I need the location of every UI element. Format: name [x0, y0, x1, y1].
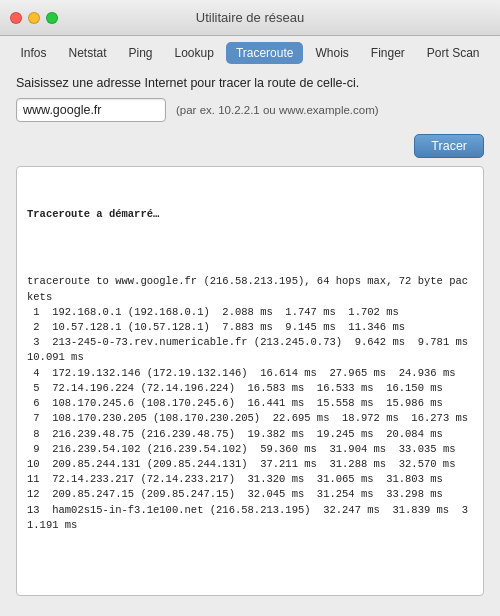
tab-infos[interactable]: Infos — [10, 42, 56, 64]
hint-text: (par ex. 10.2.2.1 ou www.example.com) — [176, 104, 379, 116]
output-box: Traceroute a démarré… traceroute to www.… — [16, 166, 484, 596]
url-input[interactable] — [16, 98, 166, 122]
main-content: Saisissez une adresse Internet pour trac… — [0, 64, 500, 606]
tab-lookup[interactable]: Lookup — [165, 42, 224, 64]
output-header: Traceroute a démarré… — [27, 207, 473, 222]
output-body: traceroute to www.google.fr (216.58.213.… — [27, 259, 473, 533]
tab-traceroute[interactable]: Traceroute — [226, 42, 304, 64]
tab-whois[interactable]: Whois — [305, 42, 358, 64]
button-row: Tracer — [16, 130, 484, 166]
window-title: Utilitaire de réseau — [196, 10, 304, 25]
minimize-button[interactable] — [28, 12, 40, 24]
tab-netstat[interactable]: Netstat — [58, 42, 116, 64]
tab-bar: Infos Netstat Ping Lookup Traceroute Who… — [0, 36, 500, 64]
tab-portscan[interactable]: Port Scan — [417, 42, 490, 64]
maximize-button[interactable] — [46, 12, 58, 24]
tracer-button[interactable]: Tracer — [414, 134, 484, 158]
instruction-text: Saisissez une adresse Internet pour trac… — [16, 76, 484, 90]
title-bar: Utilitaire de réseau — [0, 0, 500, 36]
close-button[interactable] — [10, 12, 22, 24]
input-row: (par ex. 10.2.2.1 ou www.example.com) — [16, 98, 484, 122]
tab-ping[interactable]: Ping — [118, 42, 162, 64]
traffic-lights — [10, 12, 58, 24]
tab-finger[interactable]: Finger — [361, 42, 415, 64]
